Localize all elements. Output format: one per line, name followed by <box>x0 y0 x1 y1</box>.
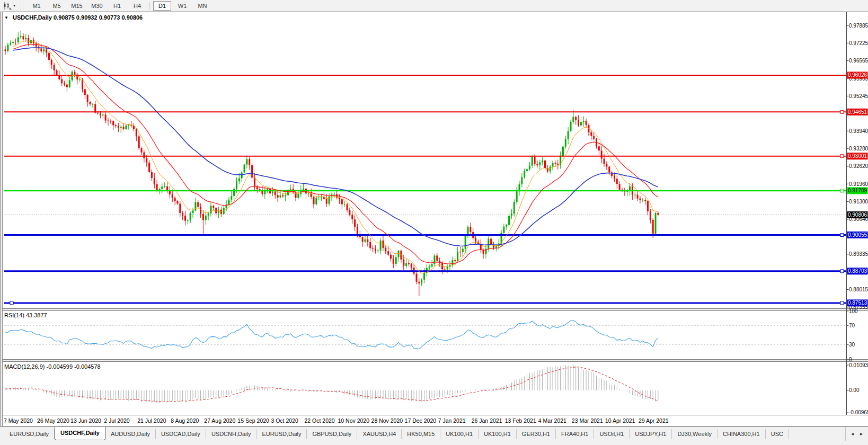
chart-title: ▼ USDCHF,Daily 0.90875 0.90932 0.90773 0… <box>4 14 143 21</box>
time-axis-label: 7 May 2020 <box>4 417 33 424</box>
svg-text:0.90806: 0.90806 <box>848 212 867 218</box>
svg-text:100: 100 <box>849 308 858 314</box>
tab-china300-h1[interactable]: CHINA300,H1 <box>718 429 766 439</box>
tf-button-m1[interactable]: M1 <box>28 1 46 11</box>
toolbar-grip[interactable] <box>21 2 23 10</box>
tab-usdcad-daily[interactable]: USDCAD,Daily <box>156 429 206 439</box>
svg-text:0: 0 <box>849 357 852 362</box>
tf-button-h4[interactable]: H4 <box>128 1 146 11</box>
svg-text:0.92620: 0.92620 <box>849 163 868 169</box>
time-axis-label: 17 Dec 2020 <box>405 417 437 424</box>
time-axis-label: 23 Mar 2021 <box>572 417 603 424</box>
tab-scroll-left-icon[interactable]: ◂ <box>851 431 854 437</box>
tab-usdcnh-daily[interactable]: USDCNH,Daily <box>206 429 257 439</box>
tab-usdchf-daily[interactable]: USDCHF,Daily <box>55 426 105 440</box>
time-axis-label: 13 Feb 2021 <box>505 417 536 424</box>
chart-title-quotes: 0.90875 0.90932 0.90773 0.90806 <box>54 14 143 21</box>
time-axis-label: 22 Oct 2020 <box>304 417 334 424</box>
tab-uk100-h1[interactable]: UK100,H1 <box>440 429 479 439</box>
svg-text:30: 30 <box>849 342 855 348</box>
time-axis-label: 15 Sep 2020 <box>237 417 269 424</box>
tab-ger30-h1[interactable]: GER30,H1 <box>517 429 556 439</box>
tab-fra40-h1[interactable]: FRA40,H1 <box>556 429 594 439</box>
svg-text:0.96026: 0.96026 <box>848 72 867 78</box>
svg-text:0.010933: 0.010933 <box>849 362 868 368</box>
tab-list: EURUSD,DailyUSDCHF,DailyAUDUSD,DailyUSDC… <box>0 426 868 441</box>
toolbar-dropdown-caret-icon[interactable]: ▾ <box>13 3 15 8</box>
tab-audusd-daily[interactable]: AUDUSD,Daily <box>105 429 156 439</box>
svg-text:0.88703: 0.88703 <box>848 268 867 274</box>
time-axis-label: 26 Jan 2021 <box>472 417 502 424</box>
chart-window: 0.978850.972250.965650.959050.952450.945… <box>0 12 868 415</box>
tab-usdjpy-h1[interactable]: USDJPY,H1 <box>630 429 672 439</box>
time-axis[interactable]: 7 May 202026 May 202013 Jun 20202 Jul 20… <box>0 415 868 427</box>
bottom-strip <box>0 441 868 445</box>
time-axis-label: 10 Nov 2020 <box>338 417 370 424</box>
time-axis-label: 7 Jan 2021 <box>438 417 466 424</box>
tf-button-w1[interactable]: W1 <box>173 1 191 11</box>
time-axis-label: 26 May 2020 <box>37 417 69 424</box>
svg-text:0.91300: 0.91300 <box>849 199 868 204</box>
time-axis-label: 21 Jul 2020 <box>137 417 166 424</box>
svg-text:0.88015: 0.88015 <box>849 287 868 292</box>
svg-text:0.87513: 0.87513 <box>848 300 867 306</box>
chart-title-symbol: USDCHF,Daily <box>13 14 52 21</box>
svg-text:0.93940: 0.93940 <box>849 128 868 134</box>
tab-usc[interactable]: USC <box>766 429 789 439</box>
toolbar-separator <box>149 2 150 10</box>
top-toolbar: ▾ M1M5M15M30H1H4D1W1MN <box>0 0 868 12</box>
window-left-edge <box>0 12 3 426</box>
svg-text:0.96565: 0.96565 <box>849 58 868 64</box>
tab-scroll-right-icon[interactable]: ▸ <box>860 431 863 437</box>
chart-type-icon[interactable] <box>3 2 12 10</box>
svg-text:0.94651: 0.94651 <box>848 109 867 115</box>
svg-text:0.95245: 0.95245 <box>849 93 868 99</box>
svg-text:0.00: 0.00 <box>849 387 860 393</box>
svg-text:0.93001: 0.93001 <box>848 153 867 159</box>
time-axis-label: 3 Oct 2020 <box>271 417 298 424</box>
tf-button-m15[interactable]: M15 <box>68 1 86 11</box>
svg-text:0.89335: 0.89335 <box>849 251 868 257</box>
time-axis-label: 29 Apr 2021 <box>639 417 669 424</box>
macd-pane-label: MACD(12,26,9) -0.004599 -0.004578 <box>4 363 101 370</box>
chart-svg[interactable]: 0.978850.972250.965650.959050.952450.945… <box>0 12 868 415</box>
svg-text:0.97225: 0.97225 <box>849 40 868 46</box>
svg-text:0.90055: 0.90055 <box>848 232 867 238</box>
tab-eurusd-daily[interactable]: EURUSD,Daily <box>256 429 307 439</box>
time-axis-label: 13 Jun 2020 <box>70 417 101 424</box>
svg-text:0.97885: 0.97885 <box>849 23 868 29</box>
tab-gbpusd-daily[interactable]: GBPUSD,Daily <box>307 429 357 439</box>
tf-button-mn[interactable]: MN <box>193 1 211 11</box>
time-axis-label: 10 Apr 2021 <box>605 417 635 424</box>
tab-dj30-weekly[interactable]: DJ30,Weekly <box>672 429 718 439</box>
tab-hk50-m15[interactable]: HK50,M15 <box>402 429 440 439</box>
rsi-pane-label: RSI(14) 43.3877 <box>4 312 47 318</box>
tf-button-m5[interactable]: M5 <box>48 1 66 11</box>
svg-text:0.91709: 0.91709 <box>848 188 867 193</box>
tab-scroll-arrows: ◂ ▸ <box>845 426 868 441</box>
svg-text:0.91960: 0.91960 <box>849 181 868 187</box>
tab-xauusd-h4[interactable]: XAUUSD,H4 <box>357 429 402 439</box>
time-axis-label: 2 Jul 2020 <box>104 417 129 424</box>
background-layer <box>0 12 868 415</box>
time-axis-label: 27 Aug 2020 <box>204 417 235 424</box>
tab-uk100-h1[interactable]: UK100,H1 <box>479 429 517 439</box>
tf-button-m30[interactable]: M30 <box>88 1 106 11</box>
time-axis-label: 4 Mar 2021 <box>538 417 566 424</box>
svg-text:0.93280: 0.93280 <box>849 146 868 152</box>
tf-button-h1[interactable]: H1 <box>108 1 126 11</box>
tf-button-d1[interactable]: D1 <box>153 1 171 11</box>
tab-eurusd-daily[interactable]: EURUSD,Daily <box>4 429 55 439</box>
chart-tab-bar: EURUSD,DailyUSDCHF,DailyAUDUSD,DailyUSDC… <box>0 426 868 441</box>
time-axis-label: 8 Aug 2020 <box>171 417 199 424</box>
timeframe-buttons: M1M5M15M30H1H4D1W1MN <box>26 1 212 11</box>
tab-usoil-h1[interactable]: USOil,H1 <box>594 429 630 439</box>
time-axis-label: 28 Nov 2020 <box>371 417 403 424</box>
svg-text:70: 70 <box>849 323 855 328</box>
collapse-caret-icon[interactable]: ▼ <box>4 15 8 20</box>
